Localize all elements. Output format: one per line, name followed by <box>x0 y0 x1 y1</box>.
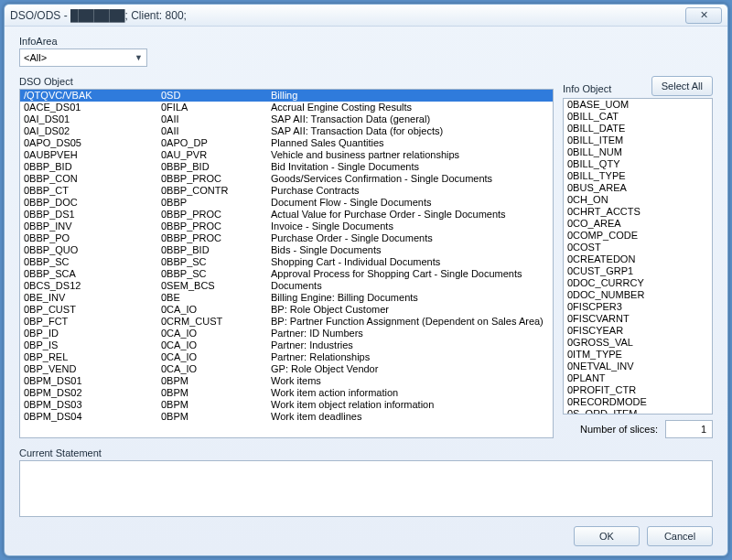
dso-col-group: 0APO_DP <box>161 137 271 149</box>
dso-row[interactable]: 0BBP_PO0BBP_PROCPurchase Order - Single … <box>20 232 553 244</box>
info-row[interactable]: 0BILL_NUM <box>564 146 712 158</box>
dso-row[interactable]: 0BBP_DOC0BBPDocument Flow - Single Docum… <box>20 197 553 209</box>
info-row[interactable]: 0CO_AREA <box>564 218 712 230</box>
info-row[interactable]: 0CUST_GRP1 <box>564 265 712 277</box>
dso-row[interactable]: 0AI_DS010AIISAP AII: Transaction Data (g… <box>20 113 553 125</box>
dso-list[interactable]: /QTQVC/VBAK0SDBilling0ACE_DS010FILAAccru… <box>19 89 554 438</box>
cancel-button[interactable]: Cancel <box>647 526 713 546</box>
dso-row[interactable]: 0BBP_CON0BBP_PROCGoods/Services Confirma… <box>20 173 553 185</box>
dso-col-name: 0BCS_DS12 <box>24 280 161 292</box>
main-row: DSO Object /QTQVC/VBAK0SDBilling0ACE_DS0… <box>19 76 713 438</box>
statement-section: Current Statement <box>19 447 713 517</box>
info-row[interactable]: 0PLANT <box>564 372 712 384</box>
dso-row[interactable]: 0BBP_INV0BBP_PROCInvoice - Single Docume… <box>20 221 553 232</box>
dso-col-desc: Partner: ID Numbers <box>271 328 549 339</box>
dso-col-name: 0APO_DS05 <box>24 137 161 149</box>
dso-col-name: 0BP_VEND <box>24 363 161 375</box>
dso-col-name: 0AUBPVEH <box>24 149 161 161</box>
info-row[interactable]: 0RECORDMODE <box>564 396 712 408</box>
dso-row[interactable]: 0ACE_DS010FILAAccrual Engine Costing Res… <box>20 102 553 113</box>
ok-button[interactable]: OK <box>574 526 640 546</box>
dso-row[interactable]: 0BP_ID0CA_IOPartner: ID Numbers <box>20 328 553 339</box>
dialog-body: InfoArea <All> ▼ DSO Object /QTQVC/VBAK0… <box>5 27 727 555</box>
select-all-label: Select All <box>662 81 703 92</box>
window-title: DSO/ODS - ███████; Client: 800; <box>10 9 685 22</box>
info-row[interactable]: 0COMP_CODE <box>564 230 712 242</box>
info-row[interactable]: 0DOC_CURRCY <box>564 277 712 289</box>
statement-box[interactable] <box>19 460 713 517</box>
select-all-button[interactable]: Select All <box>651 76 713 96</box>
info-row[interactable]: 0CREATEDON <box>564 253 712 265</box>
dso-col-desc: Vehicle and business partner relationshi… <box>271 149 549 161</box>
infoarea-dropdown[interactable]: <All> ▼ <box>19 48 147 67</box>
dso-row[interactable]: 0BPM_DS020BPMWork item action informatio… <box>20 387 553 399</box>
info-row[interactable]: 0NETVAL_INV <box>564 361 712 372</box>
info-list[interactable]: 0BASE_UOM0BILL_CAT0BILL_DATE0BILL_ITEM0B… <box>563 98 713 415</box>
dso-col-name: 0AI_DS02 <box>24 125 161 137</box>
dso-row[interactable]: 0BPM_DS030BPMWork item object relation i… <box>20 399 553 411</box>
dso-col-group: 0BBP_PROC <box>161 232 271 244</box>
info-row[interactable]: 0BILL_DATE <box>564 123 712 135</box>
info-row[interactable]: 0FISCVARNT <box>564 313 712 325</box>
info-row[interactable]: 0DOC_NUMBER <box>564 289 712 301</box>
dso-row[interactable]: 0BP_CUST0CA_IOBP: Role Object Customer <box>20 304 553 316</box>
info-row[interactable]: 0PROFIT_CTR <box>564 384 712 396</box>
dso-row[interactable]: 0BBP_QUO0BBP_BIDBids - Single Documents <box>20 244 553 256</box>
dso-row[interactable]: 0BBP_CT0BBP_CONTRPurchase Contracts <box>20 185 553 197</box>
dso-col-group: 0BPM <box>161 387 271 399</box>
dso-col-group: 0SD <box>161 90 271 102</box>
dso-row[interactable]: 0BPM_DS040BPMWork item deadlines <box>20 411 553 423</box>
close-button[interactable]: ✕ <box>685 7 722 24</box>
info-row[interactable]: 0FISCPER3 <box>564 301 712 313</box>
dso-col-name: 0BP_CUST <box>24 304 161 316</box>
dso-col-name: 0BBP_CON <box>24 173 161 185</box>
info-row[interactable]: 0GROSS_VAL <box>564 337 712 349</box>
dso-col-desc: Billing Engine: Billing Documents <box>271 292 549 304</box>
info-row[interactable]: 0BILL_CAT <box>564 111 712 123</box>
info-row[interactable]: 0CH_ON <box>564 194 712 206</box>
info-column: Info Object Select All 0BASE_UOM0BILL_CA… <box>563 76 713 438</box>
cancel-label: Cancel <box>664 531 695 542</box>
dso-row[interactable]: 0BP_IS0CA_IOPartner: Industries <box>20 339 553 351</box>
dso-col-desc: Documents <box>271 280 549 292</box>
dso-col-group: 0CA_IO <box>161 304 271 316</box>
dso-col-name: 0BPM_DS03 <box>24 399 161 411</box>
dso-row[interactable]: 0BP_VEND0CA_IOGP: Role Object Vendor <box>20 363 553 375</box>
info-row[interactable]: 0FISCYEAR <box>564 325 712 337</box>
dso-row[interactable]: 0BBP_DS10BBP_PROCActual Value for Purcha… <box>20 209 553 221</box>
dialog-window: DSO/ODS - ███████; Client: 800; ✕ InfoAr… <box>4 4 728 556</box>
info-row[interactable]: 0S_ORD_ITEM <box>564 408 712 415</box>
dso-col-group: 0BPM <box>161 399 271 411</box>
info-row[interactable]: 0BUS_AREA <box>564 182 712 194</box>
dso-row[interactable]: 0AI_DS020AIISAP AII: Transaction Data (f… <box>20 125 553 137</box>
dso-row[interactable]: 0BBP_SCA0BBP_SCApproval Process for Shop… <box>20 268 553 280</box>
dso-row[interactable]: 0BBP_SC0BBP_SCShopping Cart - Individual… <box>20 256 553 268</box>
dso-row[interactable]: 0APO_DS050APO_DPPlanned Sales Quantities <box>20 137 553 149</box>
dso-row[interactable]: 0BBP_BID0BBP_BIDBid Invitation - Single … <box>20 161 553 173</box>
dso-col-desc: Shopping Cart - Individual Documents <box>271 256 549 268</box>
info-row[interactable]: 0BILL_ITEM <box>564 135 712 146</box>
slices-input[interactable] <box>665 420 713 438</box>
dso-col-desc: Planned Sales Quantities <box>271 137 549 149</box>
dso-row[interactable]: 0BP_REL0CA_IOPartner: Relationships <box>20 351 553 363</box>
info-row[interactable]: 0BASE_UOM <box>564 99 712 111</box>
dso-col-desc: Bid Invitation - Single Documents <box>271 161 549 173</box>
infoarea-section: InfoArea <All> ▼ <box>19 36 713 67</box>
dso-col-group: 0BPM <box>161 411 271 423</box>
dso-row[interactable]: /QTQVC/VBAK0SDBilling <box>20 90 553 102</box>
dso-row[interactable]: 0AUBPVEH0AU_PVRVehicle and business part… <box>20 149 553 161</box>
info-label: Info Object <box>563 83 611 94</box>
info-row[interactable]: 0COST <box>564 242 712 253</box>
dso-row[interactable]: 0BE_INV0BEBilling Engine: Billing Docume… <box>20 292 553 304</box>
dso-col-group: 0AII <box>161 125 271 137</box>
info-row[interactable]: 0BILL_TYPE <box>564 170 712 182</box>
dso-row[interactable]: 0BP_FCT0CRM_CUSTBP: Partner Function Ass… <box>20 316 553 328</box>
dso-col-name: 0BBP_INV <box>24 221 161 232</box>
dso-row[interactable]: 0BCS_DS120SEM_BCSDocuments <box>20 280 553 292</box>
dso-col-name: 0BPM_DS01 <box>24 375 161 387</box>
dso-row[interactable]: 0BPM_DS010BPMWork items <box>20 375 553 387</box>
info-row[interactable]: 0ITM_TYPE <box>564 349 712 361</box>
dso-col-name: 0BBP_DOC <box>24 197 161 209</box>
info-row[interactable]: 0CHRT_ACCTS <box>564 206 712 218</box>
info-row[interactable]: 0BILL_QTY <box>564 158 712 170</box>
